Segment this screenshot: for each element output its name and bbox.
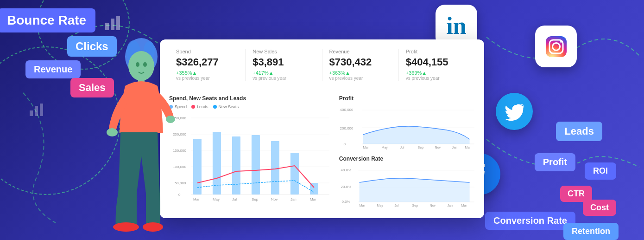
revenue-value: $730,432 bbox=[329, 56, 391, 68]
svg-text:May: May bbox=[377, 204, 383, 208]
profit-change: +369%▲ bbox=[406, 70, 468, 76]
profit-tag: Profit bbox=[535, 153, 575, 171]
svg-text:Jan: Jan bbox=[452, 146, 457, 149]
legend-new-seats: New Seats bbox=[213, 104, 239, 109]
leads-tag: Leads bbox=[556, 122, 602, 141]
svg-rect-4 bbox=[35, 106, 38, 116]
svg-rect-35 bbox=[232, 136, 240, 195]
svg-text:May: May bbox=[381, 146, 388, 149]
metric-spend: Spend $326,277 +355%▲ vs previous year bbox=[169, 49, 246, 81]
profit-value: $404,155 bbox=[406, 56, 468, 68]
new-sales-label: New Sales bbox=[253, 49, 315, 54]
svg-point-16 bbox=[166, 116, 175, 123]
cost-tag: Cost bbox=[583, 200, 616, 216]
metric-new-sales: New Sales $3,891 +417%▲ vs previous year bbox=[246, 49, 322, 81]
svg-text:0.0%: 0.0% bbox=[341, 200, 350, 204]
svg-text:Jan: Jan bbox=[290, 197, 297, 201]
metric-revenue: Revenue $730,432 +363%▲ vs previous year bbox=[322, 49, 399, 81]
revenue-change: +363%▲ bbox=[329, 70, 391, 76]
svg-rect-2 bbox=[116, 16, 120, 30]
svg-text:May: May bbox=[213, 197, 220, 201]
svg-text:400,000: 400,000 bbox=[340, 108, 353, 112]
legend-dot-leads bbox=[191, 105, 195, 109]
revenue-metric-label: Revenue bbox=[329, 49, 391, 54]
svg-rect-38 bbox=[290, 153, 299, 195]
profit-chart-title: Profit bbox=[339, 95, 475, 102]
conversion-chart-title: Conversion Rate bbox=[339, 156, 475, 162]
revenue-tag: Revenue bbox=[25, 60, 81, 78]
spend-change: +355%▲ bbox=[176, 70, 238, 76]
svg-rect-36 bbox=[252, 135, 260, 195]
bar-line-chart-svg: 250,000 200,000 150,000 100,000 50,000 0 bbox=[169, 111, 332, 201]
svg-rect-5 bbox=[40, 104, 43, 116]
conversion-rate-tag: Conversion Rate bbox=[485, 212, 575, 230]
svg-point-20 bbox=[143, 62, 147, 67]
chart-left-title: Spend, New Seats and Leads bbox=[169, 95, 332, 102]
spend-vs: vs previous year bbox=[176, 76, 238, 81]
new-sales-value: $3,891 bbox=[253, 56, 315, 68]
svg-rect-1 bbox=[111, 19, 114, 30]
svg-text:0: 0 bbox=[178, 193, 181, 197]
svg-text:Jul: Jul bbox=[394, 204, 398, 207]
svg-rect-33 bbox=[193, 139, 202, 195]
metric-profit: Profit $404,155 +369%▲ vs previous year bbox=[399, 49, 475, 81]
chart-legend: Spend Leads New Seats bbox=[169, 104, 332, 109]
svg-point-13 bbox=[128, 51, 154, 81]
chart-icon-2 bbox=[29, 102, 45, 116]
svg-point-18 bbox=[143, 222, 163, 232]
new-sales-vs: vs previous year bbox=[253, 76, 315, 81]
svg-text:Mar: Mar bbox=[363, 146, 369, 149]
svg-text:Nov: Nov bbox=[271, 197, 278, 201]
svg-point-19 bbox=[136, 62, 139, 67]
svg-text:Sep: Sep bbox=[417, 146, 423, 149]
conversion-chart-container: Conversion Rate 40.0% 20.0% 0.0% Mar May… bbox=[339, 156, 475, 209]
svg-text:Nov: Nov bbox=[429, 204, 436, 207]
svg-rect-3 bbox=[30, 110, 33, 116]
chart-icon-1 bbox=[104, 14, 123, 30]
profit-metric-label: Profit bbox=[406, 49, 468, 54]
svg-text:Sep: Sep bbox=[252, 197, 259, 201]
svg-text:Mar: Mar bbox=[193, 197, 200, 201]
svg-text:Mar: Mar bbox=[461, 204, 467, 207]
person-illustration bbox=[102, 31, 176, 240]
retention-tag: Retention bbox=[563, 223, 619, 240]
svg-point-15 bbox=[107, 128, 118, 136]
svg-text:Jul: Jul bbox=[400, 146, 404, 149]
svg-text:Jul: Jul bbox=[232, 197, 237, 201]
spend-label: Spend bbox=[176, 49, 238, 54]
new-sales-change: +417%▲ bbox=[253, 70, 315, 76]
svg-text:200,000: 200,000 bbox=[340, 126, 353, 130]
svg-rect-0 bbox=[105, 23, 109, 30]
svg-text:Jan: Jan bbox=[447, 204, 452, 207]
right-charts: Profit 400,000 200,000 0 Mar May Jul Sep bbox=[339, 95, 475, 209]
svg-text:Mar: Mar bbox=[359, 204, 365, 207]
svg-text:20.0%: 20.0% bbox=[341, 185, 351, 189]
conversion-chart-svg: 40.0% 20.0% 0.0% Mar May Jul Sep Nov Jan bbox=[339, 165, 475, 209]
svg-text:40.0%: 40.0% bbox=[341, 168, 351, 172]
svg-text:Mar: Mar bbox=[310, 197, 316, 201]
dashboard-card: Spend $326,277 +355%▲ vs previous year N… bbox=[160, 39, 484, 218]
spend-value: $326,277 bbox=[176, 56, 238, 68]
instagram-icon bbox=[535, 26, 577, 67]
profit-chart-container: Profit 400,000 200,000 0 Mar May Jul Sep bbox=[339, 95, 475, 151]
spend-seats-leads-chart: Spend, New Seats and Leads Spend Leads N… bbox=[169, 95, 332, 209]
svg-text:Nov: Nov bbox=[435, 146, 441, 149]
bounce-rate-tag: Bounce Rate bbox=[0, 8, 95, 32]
svg-text:Mar: Mar bbox=[465, 146, 471, 149]
legend-dot-new-seats bbox=[213, 105, 217, 109]
svg-point-17 bbox=[113, 222, 139, 232]
legend-leads: Leads bbox=[191, 104, 208, 109]
svg-text:50,000: 50,000 bbox=[175, 181, 186, 185]
charts-row: Spend, New Seats and Leads Spend Leads N… bbox=[169, 95, 475, 209]
revenue-vs: vs previous year bbox=[329, 76, 391, 81]
svg-text:Sep: Sep bbox=[412, 204, 418, 208]
roi-tag: ROI bbox=[585, 162, 616, 180]
svg-rect-37 bbox=[271, 141, 279, 195]
twitter-icon bbox=[496, 93, 533, 130]
profit-chart-svg: 400,000 200,000 0 Mar May Jul Sep Nov Ja… bbox=[339, 104, 475, 151]
metrics-row: Spend $326,277 +355%▲ vs previous year N… bbox=[169, 49, 475, 88]
profit-vs: vs previous year bbox=[406, 76, 468, 81]
svg-point-9 bbox=[560, 41, 562, 43]
svg-text:0: 0 bbox=[343, 142, 346, 146]
